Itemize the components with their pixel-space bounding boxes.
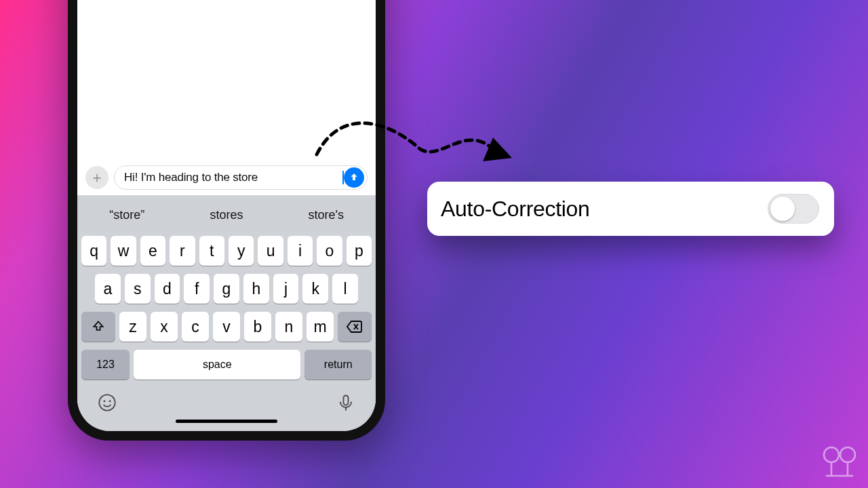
suggestion-2[interactable]: store's <box>276 208 376 222</box>
suggestions-bar: “store” stores store's <box>77 198 376 232</box>
toggle-knob <box>770 197 795 221</box>
home-indicator[interactable] <box>176 420 277 423</box>
key-e[interactable]: e <box>140 236 165 266</box>
send-button[interactable] <box>344 167 364 188</box>
phone-frame: ＋ Hi! I'm heading to the store “store” s… <box>68 0 385 441</box>
numbers-key[interactable]: 123 <box>81 350 130 380</box>
key-h[interactable]: h <box>243 274 269 304</box>
svg-point-4 <box>824 447 839 462</box>
watermark-logo <box>819 446 860 481</box>
emoji-button[interactable] <box>98 393 117 415</box>
svg-point-2 <box>110 401 111 401</box>
key-t[interactable]: t <box>199 236 224 266</box>
key-l[interactable]: l <box>332 274 358 304</box>
plus-icon: ＋ <box>90 167 104 188</box>
backspace-key[interactable] <box>338 312 372 342</box>
key-g[interactable]: g <box>214 274 239 304</box>
key-r[interactable]: r <box>170 236 195 266</box>
backspace-icon <box>347 320 363 333</box>
svg-point-5 <box>840 447 855 462</box>
svg-point-0 <box>99 394 115 410</box>
key-b[interactable]: b <box>244 312 271 342</box>
chat-area <box>77 0 376 160</box>
key-m[interactable]: m <box>307 312 334 342</box>
emoji-icon <box>98 393 117 412</box>
svg-rect-3 <box>344 396 349 405</box>
phone-screen: ＋ Hi! I'm heading to the store “store” s… <box>77 0 376 431</box>
shift-icon <box>92 320 105 333</box>
keyboard-row-3: z x c v b n m <box>77 308 376 346</box>
keyboard-row-bottom: 123 space return <box>77 346 376 386</box>
key-q[interactable]: q <box>81 236 106 266</box>
message-input-text: Hi! I'm heading to the store <box>124 171 342 184</box>
key-f[interactable]: f <box>184 274 210 304</box>
key-s[interactable]: s <box>125 274 151 304</box>
key-n[interactable]: n <box>275 312 302 342</box>
compose-bar: ＋ Hi! I'm heading to the store <box>77 160 376 195</box>
key-v[interactable]: v <box>213 312 240 342</box>
key-i[interactable]: i <box>288 236 313 266</box>
dictate-button[interactable] <box>336 393 355 415</box>
keyboard-row-2: a s d f g h j k l <box>77 270 376 308</box>
suggestion-1[interactable]: stores <box>177 208 277 222</box>
shift-key[interactable] <box>81 312 115 342</box>
microphone-icon <box>336 393 355 412</box>
add-attachment-button[interactable]: ＋ <box>85 166 108 189</box>
suggestion-0[interactable]: “store” <box>77 208 177 222</box>
keyboard-row-1: q w e r t y u i o p <box>77 232 376 270</box>
key-u[interactable]: u <box>258 236 283 266</box>
key-j[interactable]: j <box>273 274 299 304</box>
return-key[interactable]: return <box>304 350 372 380</box>
settings-row-label: Auto-Correction <box>441 197 590 222</box>
auto-correction-toggle[interactable] <box>768 194 819 224</box>
key-x[interactable]: x <box>151 312 178 342</box>
message-input[interactable]: Hi! I'm heading to the store <box>114 165 368 190</box>
key-y[interactable]: y <box>229 236 254 266</box>
svg-point-1 <box>104 401 104 401</box>
key-p[interactable]: p <box>347 236 372 266</box>
key-d[interactable]: d <box>155 274 180 304</box>
keyboard: “store” stores store's q w e r t y u i o… <box>77 195 376 431</box>
keyboard-footer <box>77 386 376 431</box>
key-c[interactable]: c <box>182 312 209 342</box>
key-a[interactable]: a <box>95 274 121 304</box>
arrow-up-icon <box>349 172 359 183</box>
key-k[interactable]: k <box>302 274 328 304</box>
key-w[interactable]: w <box>111 236 136 266</box>
key-o[interactable]: o <box>317 236 342 266</box>
settings-row-auto-correction: Auto-Correction <box>427 182 834 236</box>
space-key[interactable]: space <box>134 350 300 380</box>
key-z[interactable]: z <box>119 312 146 342</box>
